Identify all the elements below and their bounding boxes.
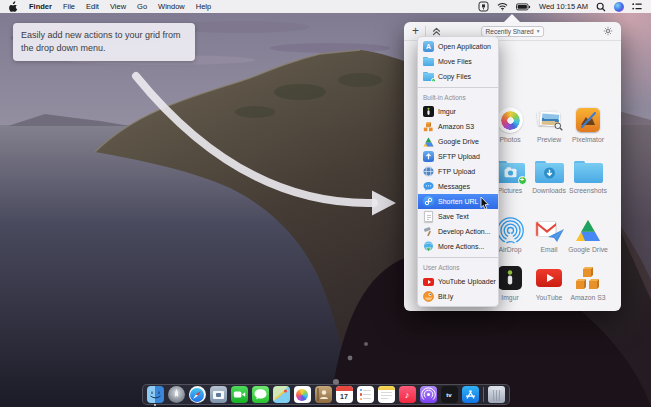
menubar-item-file[interactable]: File [63,2,75,11]
siri-icon[interactable] [614,2,624,12]
battery-icon[interactable] [516,3,531,11]
menubar-item-help[interactable]: Help [196,2,211,11]
menubar-item-finder[interactable]: Finder [29,2,52,11]
email-icon [529,216,569,244]
menu-item-messages[interactable]: Messages [418,179,498,194]
tooltip-callout: Easily add new actions to your grid from… [13,23,195,61]
s3-icon [568,264,608,292]
dock-icon-maps[interactable] [273,386,290,403]
dropzone-icon[interactable] [478,1,489,12]
menu-item-more-actions[interactable]: More Actions... [418,239,498,254]
menu-item-label: Shorten URL [438,198,478,205]
dock-icon-calendar[interactable]: 17 [336,386,353,403]
double-chevron-up-icon[interactable] [432,27,441,36]
more-icon [423,241,434,252]
menubar-item-window[interactable]: Window [158,2,185,11]
grid-item-label: Google Drive [568,246,608,253]
apple-menu-icon[interactable] [9,1,18,12]
menu-section-header-built-in-actions: Built-in Actions [418,91,498,104]
menu-item-label: Amazon S3 [438,123,474,130]
folder-download-icon [529,157,569,185]
menu-item-shorten-url[interactable]: Shorten URL [418,194,498,209]
dock-icon-reminders[interactable] [357,386,374,403]
menubar-status-area: Wed 10:15 AM [478,1,642,12]
dock-icon-notes[interactable] [378,386,395,403]
menu-separator [418,257,498,258]
grid-item-screenshots[interactable]: Screenshots [568,157,608,194]
dock-icon-launchpad[interactable] [168,386,185,403]
menu-item-label: SFTP Upload [438,153,480,160]
menu-item-move-files[interactable]: Move Files [418,54,498,69]
menu-bar: FinderFileEditViewGoWindowHelp Wed 10:15… [0,0,651,13]
menu-item-ftp-upload[interactable]: FTP Upload [418,164,498,179]
menu-item-label: Move Files [438,58,472,65]
dock-icon-mail[interactable] [210,386,227,403]
running-indicator [154,404,156,406]
popover-anchor-arrow [504,14,520,22]
dock-icon-safari[interactable] [189,386,206,403]
grid-item-label: YouTube [529,294,569,301]
menu-item-label: Google Drive [438,138,479,145]
dock-icon-contacts[interactable] [315,386,332,403]
s3-icon [423,121,434,132]
gear-icon[interactable] [603,26,613,36]
caret-down-icon: ▾ [537,28,540,34]
dock-icon-photos[interactable] [294,386,311,403]
menu-item-youtube-uploader[interactable]: YouTube Uploader [418,274,498,289]
dock-icon-messages[interactable] [252,386,269,403]
dock-icon-trash[interactable] [488,386,505,403]
menu-item-copy-files[interactable]: +Copy Files [418,69,498,84]
grid-item-label: Amazon S3 [568,294,608,301]
menubar-app-menus: FinderFileEditViewGoWindowHelp [9,1,211,12]
notification-center-icon[interactable] [632,2,642,11]
grid-item-email[interactable]: Email [529,216,569,253]
menu-item-label: FTP Upload [438,168,475,175]
menu-item-google-drive[interactable]: Google Drive [418,134,498,149]
bitly-icon [423,291,434,302]
menu-item-imgur[interactable]: Imgur [418,104,498,119]
menubar-item-edit[interactable]: Edit [86,2,99,11]
imgur-icon [423,106,434,117]
grid-item-label: Email [529,246,569,253]
grid-item-label: Pixelmator [568,136,608,143]
menu-item-sftp-upload[interactable]: SFTP Upload [418,149,498,164]
add-action-button[interactable]: + [412,26,419,36]
toolbar-divider [425,26,426,36]
pixelmator-icon [568,106,608,134]
spotlight-icon[interactable] [596,2,606,12]
link-icon [423,196,434,207]
grid-item-label: Screenshots [568,187,608,194]
grid-item-google-drive[interactable]: Google Drive [568,216,608,253]
dock-icon-tv[interactable]: tv [441,386,458,403]
menu-item-amazon-s3[interactable]: Amazon S3 [418,119,498,134]
menubar-clock[interactable]: Wed 10:15 AM [539,2,588,11]
menu-item-label: Develop Action... [438,228,491,235]
grid-item-pixelmator[interactable]: Pixelmator [568,106,608,143]
grid-item-label: Preview [529,136,569,143]
menu-item-label: Bit.ly [438,293,453,300]
menu-section-header-user-actions: User Actions [418,261,498,274]
wifi-icon[interactable] [497,2,508,11]
dock-separator [483,387,484,402]
menu-item-save-text[interactable]: Save Text [418,209,498,224]
grid-item-preview[interactable]: Preview [529,106,569,143]
copy-files-icon: + [423,71,434,82]
menu-item-develop-action[interactable]: Develop Action... [418,224,498,239]
folder-icon [568,157,608,185]
save-text-icon [423,211,434,222]
dock: 17♪tv [142,384,510,405]
dock-icon-facetime[interactable] [231,386,248,403]
menu-item-bit-ly[interactable]: Bit.ly [418,289,498,304]
dock-icon-app-store[interactable] [462,386,479,403]
grid-item-downloads[interactable]: Downloads [529,157,569,194]
menubar-item-go[interactable]: Go [137,2,147,11]
grid-item-youtube[interactable]: YouTube [529,264,569,301]
filter-dropdown[interactable]: Recently Shared ▾ [481,26,545,37]
menu-item-open-application[interactable]: AOpen Application [418,39,498,54]
menu-item-label: Imgur [438,108,456,115]
dock-icon-music[interactable]: ♪ [399,386,416,403]
dock-icon-podcasts[interactable] [420,386,437,403]
menubar-item-view[interactable]: View [110,2,126,11]
dock-icon-finder[interactable] [147,386,164,403]
grid-item-amazon-s3[interactable]: Amazon S3 [568,264,608,301]
